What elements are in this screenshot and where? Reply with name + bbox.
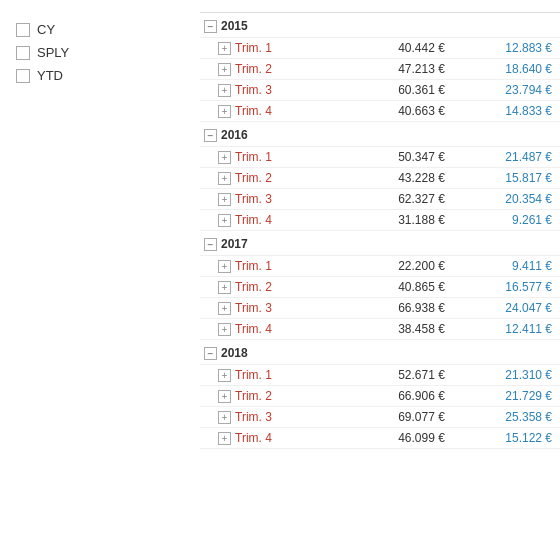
year-label: 2016 <box>221 128 248 142</box>
margin-value: 21.310 € <box>453 365 560 386</box>
expand-icon[interactable]: + <box>218 84 231 97</box>
margin-value: 21.729 € <box>453 386 560 407</box>
checkbox-label-cy: CY <box>37 22 55 37</box>
data-table-section: −2015+Trim. 140.442 €12.883 €+Trim. 247.… <box>200 0 560 544</box>
sales-value: 52.671 € <box>346 365 453 386</box>
checkbox-ytd[interactable] <box>16 69 30 83</box>
margin-value: 12.411 € <box>453 319 560 340</box>
table-row: +Trim. 360.361 €23.794 € <box>200 80 560 101</box>
table-row: +Trim. 440.663 €14.833 € <box>200 101 560 122</box>
table-row: −2018 <box>200 340 560 365</box>
collapse-icon[interactable]: − <box>204 238 217 251</box>
checkbox-cy[interactable] <box>16 23 30 37</box>
margin-value: 15.122 € <box>453 428 560 449</box>
table-row: +Trim. 150.347 €21.487 € <box>200 147 560 168</box>
checkbox-sply[interactable] <box>16 46 30 60</box>
col-header-ano <box>200 0 346 13</box>
margin-value: 9.261 € <box>453 210 560 231</box>
expand-icon[interactable]: + <box>218 42 231 55</box>
trim-label: Trim. 4 <box>235 213 272 227</box>
checkbox-item-sply[interactable]: SPLY <box>16 45 184 60</box>
table-row: +Trim. 122.200 €9.411 € <box>200 256 560 277</box>
margin-value: 14.833 € <box>453 101 560 122</box>
table-row: −2015 <box>200 13 560 38</box>
margin-value: 15.817 € <box>453 168 560 189</box>
checkbox-item-ytd[interactable]: YTD <box>16 68 184 83</box>
sales-value: 50.347 € <box>346 147 453 168</box>
expand-icon[interactable]: + <box>218 323 231 336</box>
margin-value: 25.358 € <box>453 407 560 428</box>
year-label: 2018 <box>221 346 248 360</box>
sales-value: 46.099 € <box>346 428 453 449</box>
checkbox-label-ytd: YTD <box>37 68 63 83</box>
expand-icon[interactable]: + <box>218 105 231 118</box>
sales-value: 66.938 € <box>346 298 453 319</box>
sales-value: 40.865 € <box>346 277 453 298</box>
margin-value: 12.883 € <box>453 38 560 59</box>
expand-icon[interactable]: + <box>218 151 231 164</box>
collapse-icon[interactable]: − <box>204 129 217 142</box>
table-row: +Trim. 446.099 €15.122 € <box>200 428 560 449</box>
trim-label: Trim. 4 <box>235 322 272 336</box>
sales-value: 40.442 € <box>346 38 453 59</box>
trim-label: Trim. 2 <box>235 280 272 294</box>
margin-value: 16.577 € <box>453 277 560 298</box>
trim-label: Trim. 1 <box>235 259 272 273</box>
table-row: +Trim. 152.671 €21.310 € <box>200 365 560 386</box>
trim-label: Trim. 2 <box>235 389 272 403</box>
table-row: +Trim. 362.327 €20.354 € <box>200 189 560 210</box>
sales-value: 40.663 € <box>346 101 453 122</box>
margin-value: 9.411 € <box>453 256 560 277</box>
col-header-sales <box>346 0 453 13</box>
trim-label: Trim. 3 <box>235 83 272 97</box>
checkbox-item-cy[interactable]: CY <box>16 22 184 37</box>
expand-icon[interactable]: + <box>218 302 231 315</box>
table-row: +Trim. 243.228 €15.817 € <box>200 168 560 189</box>
table-row: +Trim. 369.077 €25.358 € <box>200 407 560 428</box>
expand-icon[interactable]: + <box>218 63 231 76</box>
checkbox-label-sply: SPLY <box>37 45 69 60</box>
sales-value: 43.228 € <box>346 168 453 189</box>
table-row: −2016 <box>200 122 560 147</box>
trim-label: Trim. 4 <box>235 431 272 445</box>
col-header-margin <box>453 0 560 13</box>
sales-value: 60.361 € <box>346 80 453 101</box>
margin-value: 24.047 € <box>453 298 560 319</box>
margin-value: 20.354 € <box>453 189 560 210</box>
expand-icon[interactable]: + <box>218 193 231 206</box>
trim-label: Trim. 3 <box>235 301 272 315</box>
table-row: +Trim. 140.442 €12.883 € <box>200 38 560 59</box>
data-table: −2015+Trim. 140.442 €12.883 €+Trim. 247.… <box>200 0 560 449</box>
expand-icon[interactable]: + <box>218 260 231 273</box>
expand-icon[interactable]: + <box>218 390 231 403</box>
trim-label: Trim. 4 <box>235 104 272 118</box>
trim-label: Trim. 2 <box>235 171 272 185</box>
sidebar: CYSPLYYTD <box>0 0 200 544</box>
margin-value: 21.487 € <box>453 147 560 168</box>
trim-label: Trim. 1 <box>235 368 272 382</box>
trim-label: Trim. 1 <box>235 41 272 55</box>
sales-value: 47.213 € <box>346 59 453 80</box>
expand-icon[interactable]: + <box>218 172 231 185</box>
table-row: +Trim. 431.188 €9.261 € <box>200 210 560 231</box>
sales-value: 22.200 € <box>346 256 453 277</box>
collapse-icon[interactable]: − <box>204 347 217 360</box>
collapse-icon[interactable]: − <box>204 20 217 33</box>
expand-icon[interactable]: + <box>218 281 231 294</box>
expand-icon[interactable]: + <box>218 432 231 445</box>
trim-label: Trim. 1 <box>235 150 272 164</box>
sales-value: 31.188 € <box>346 210 453 231</box>
table-row: −2017 <box>200 231 560 256</box>
year-label: 2017 <box>221 237 248 251</box>
trim-label: Trim. 2 <box>235 62 272 76</box>
expand-icon[interactable]: + <box>218 411 231 424</box>
sales-value: 66.906 € <box>346 386 453 407</box>
expand-icon[interactable]: + <box>218 214 231 227</box>
table-row: +Trim. 266.906 €21.729 € <box>200 386 560 407</box>
expand-icon[interactable]: + <box>218 369 231 382</box>
sales-value: 38.458 € <box>346 319 453 340</box>
sales-value: 62.327 € <box>346 189 453 210</box>
trim-label: Trim. 3 <box>235 192 272 206</box>
margin-value: 23.794 € <box>453 80 560 101</box>
table-row: +Trim. 240.865 €16.577 € <box>200 277 560 298</box>
